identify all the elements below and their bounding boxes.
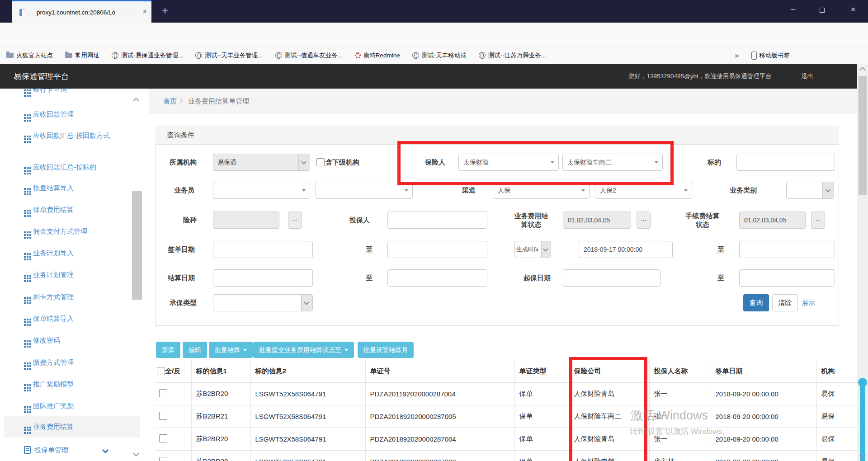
column-header: 标的信息2 [250, 360, 365, 383]
add-button[interactable]: 新添 [156, 342, 180, 358]
table-header-row: 全/反 标的信息1 标的信息2 单证号 单证类型 保险公司 投保人名称 签单日期… [155, 360, 857, 383]
results-table: 全/反 标的信息1 标的信息2 单证号 单证类型 保险公司 投保人名称 签单日期… [155, 360, 857, 461]
row-checkbox[interactable] [159, 434, 167, 442]
row-checkbox[interactable] [159, 412, 167, 420]
scroll-up-icon[interactable] [859, 67, 866, 73]
select-all-checkbox[interactable] [157, 367, 165, 375]
batch-settle-button[interactable]: 批量结算 [209, 342, 253, 358]
app-brand: 易保通管理平台 [14, 64, 69, 89]
chevron-down-icon [243, 349, 247, 351]
windows-activation-watermark: 激活 Windows [631, 407, 708, 423]
scrollbar-thumb[interactable] [859, 76, 867, 195]
select-all-header: 全/反 [155, 360, 191, 383]
batch-set-month-button[interactable]: 批量设置结算月 [358, 342, 414, 358]
row-checkbox[interactable] [159, 389, 167, 397]
page-scrollbar[interactable] [857, 64, 868, 461]
row-checkbox[interactable] [159, 457, 167, 461]
column-header: 保险公司 [569, 360, 649, 383]
table-row[interactable]: 苏B2BR20LSGWT52X58S064791PDZA201892020000… [155, 451, 857, 461]
column-header: 投保人名称 [649, 360, 711, 383]
teal-scroll-indicator-stem[interactable] [860, 384, 865, 461]
table-row[interactable]: 苏B2BR20LSGWT52X58S064791PDZA201892020000… [155, 428, 857, 451]
batch-submit-status-button[interactable]: 批量提交业务费用结算状态至 [253, 342, 354, 358]
table-row[interactable]: 苏B2BR21LSGWT52X58S064791PDZA201892020000… [155, 405, 857, 428]
logout-link[interactable]: 退出 [801, 64, 813, 89]
column-header: 标的信息1 [191, 360, 250, 383]
edit-button[interactable]: 编辑 [183, 342, 207, 358]
column-header: 单证类型 [514, 360, 569, 383]
chevron-down-icon [344, 349, 348, 351]
user-greeting: 您好，13953290495@ybt，欢迎使用易保通管理平台 [628, 64, 772, 89]
table-row[interactable]: 苏B2BR20LSGWT52X58S064791PDZA201192020000… [155, 383, 857, 405]
column-header: 机构 [816, 360, 857, 383]
windows-activation-watermark-sub: 转到“设置”以激活 Windows。 [630, 426, 730, 437]
column-header: 签单日期 [711, 360, 816, 383]
column-header: 单证号 [365, 360, 514, 383]
app-header: 易保通管理平台 您好，13953290495@ybt，欢迎使用易保通管理平台 退… [0, 64, 868, 89]
